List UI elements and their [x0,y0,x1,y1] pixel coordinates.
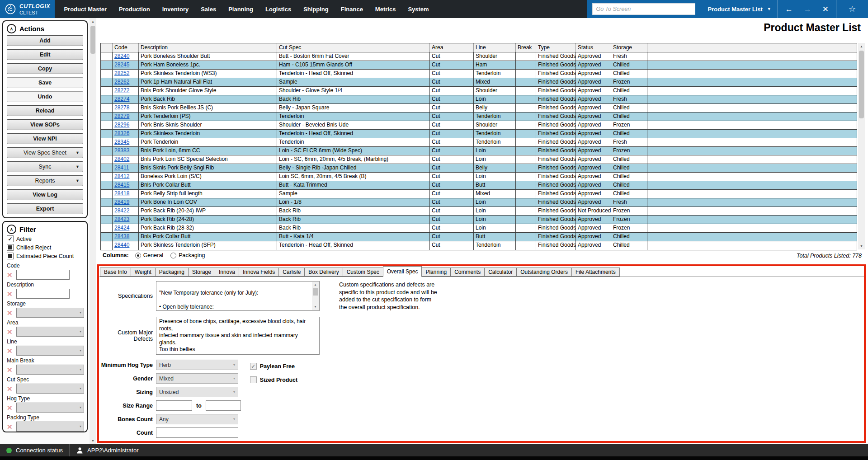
table-row[interactable]: 28438Bnls Pork Collar ButtButt - Kata 1/… [101,233,857,241]
tab-innova[interactable]: Innova [215,268,239,277]
cut-spec-filter-select[interactable]: ▾ [16,384,84,394]
clear-filter-icon[interactable]: ✕ [7,291,14,297]
paylean-free-checkbox[interactable] [250,363,257,370]
sized-product-checkbox[interactable] [250,376,257,383]
scroll-up-icon[interactable]: ▲ [90,18,96,25]
sizing-select[interactable]: Unsized▾ [156,387,238,397]
table-row[interactable]: 28422Pork Back Rib (20-24) IWPBack RibCu… [101,207,857,216]
clear-filter-icon[interactable]: ✕ [7,272,14,278]
favorite-star-icon[interactable]: ☆ [849,4,856,14]
table-row[interactable]: 28411Bnls Sknls Pork Belly Sngl RibBelly… [101,164,857,173]
table-scrollbar-thumb[interactable] [859,51,864,118]
main-break-filter-select[interactable]: ▾ [16,365,84,375]
tab-base-info[interactable]: Base Info [100,268,131,277]
product-code-link[interactable]: 28402 [114,156,129,162]
hog-type-filter-select[interactable]: ▾ [16,403,84,413]
product-code-link[interactable]: 28345 [114,139,129,145]
product-code-link[interactable]: 28424 [114,225,129,231]
tab-weight[interactable]: Weight [131,268,156,277]
specifications-scrollbar-thumb[interactable] [313,288,318,296]
table-row[interactable]: 28345Pork TenderloinTenderloinCutTenderl… [101,138,857,147]
table-row[interactable]: 28440Pork Skinless Tenderloin (SFP)Tende… [101,241,857,250]
product-code-link[interactable]: 28438 [114,233,129,239]
product-code-link[interactable]: 28262 [114,79,129,85]
active-checkbox[interactable] [7,235,14,242]
count-input[interactable] [156,427,238,438]
product-code-link[interactable]: 28412 [114,173,129,179]
product-code-link[interactable]: 28278 [114,104,129,111]
export-button[interactable]: Export [7,203,83,214]
table-row[interactable]: 28279Pork Tenderloin (PS)TenderloinCutTe… [101,113,857,121]
product-code-link[interactable]: 28419 [114,199,129,205]
area-filter-select[interactable]: ▾ [16,327,84,337]
add-button[interactable]: Add [7,35,83,46]
table-row[interactable]: 28412Boneless Pork Loin (S/C)Loin SC, 6m… [101,173,857,181]
undo-button[interactable]: Undo [7,91,83,102]
save-button[interactable]: Save [7,77,83,88]
specifications-textarea[interactable]: "New Temporary tolerance (only for July)… [156,281,320,311]
product-code-link[interactable]: 28274 [114,96,129,102]
minimum-hog-type-select[interactable]: Herb▾ [156,360,238,370]
column-header-storage[interactable]: Storage [611,43,647,52]
column-header-status[interactable]: Status [576,43,611,52]
product-code-link[interactable]: 28440 [114,242,129,248]
column-header-area[interactable]: Area [430,43,474,52]
view-log-button[interactable]: View Log [7,189,83,200]
scroll-down-icon[interactable]: ▼ [90,437,96,444]
tab-carlisle[interactable]: Carlisle [278,268,305,277]
tab-outstanding-orders[interactable]: Outstanding Orders [516,268,572,277]
column-header-cut-spec[interactable]: Cut Spec [277,43,430,52]
reload-button[interactable]: Reload [7,105,83,116]
scroll-up-icon[interactable]: ▲ [858,43,865,50]
table-row[interactable]: 28423Pork Back Rib (24-28)Back RibCutLoi… [101,216,857,224]
clear-filter-icon[interactable]: ✕ [7,347,14,354]
view-spec-sheet-button[interactable]: View Spec Sheet▼ [7,147,83,158]
tab-box-delivery[interactable]: Box Delivery [304,268,343,277]
product-code-link[interactable]: 28272 [114,87,129,94]
packing-type-filter-select[interactable]: ▾ [16,422,84,432]
tab-comments[interactable]: Comments [450,268,485,277]
product-code-link[interactable]: 28279 [114,113,129,119]
close-icon[interactable]: ✕ [822,5,829,13]
table-row[interactable]: 28402Bnls Pork Loin SC Special Selection… [101,155,857,164]
copy-button[interactable]: Copy [7,63,83,74]
menu-item-finance[interactable]: Finance [341,6,363,13]
app-logo[interactable]: CUTLOGIX CLTEST [0,0,55,18]
code-filter-input[interactable] [16,270,70,280]
bones-count-select[interactable]: Any▾ [156,414,238,424]
menu-item-production[interactable]: Production [119,6,150,13]
clear-filter-icon[interactable]: ✕ [7,310,14,316]
column-header-break[interactable]: Break [516,43,536,52]
clear-filter-icon[interactable]: ✕ [7,404,14,411]
column-header-description[interactable]: Description [139,43,277,52]
menu-item-inventory[interactable]: Inventory [162,6,189,13]
custom-major-defects-textarea[interactable]: Presence of bone chips, cartilage, exces… [156,317,320,355]
menu-item-planning[interactable]: Planning [228,6,253,13]
table-row[interactable]: 28252Pork Skinless Tenderloin (WS3)Tende… [101,70,857,78]
table-row[interactable]: 28296Pork Bnls Sknls ShoulderShoulder - … [101,121,857,130]
scroll-down-icon[interactable]: ▼ [858,243,865,249]
table-row[interactable]: 28419Pork Bone In Loin COVLoin - 1/8CutL… [101,198,857,207]
back-arrow-icon[interactable]: ← [785,5,793,13]
size-range-to-input[interactable] [206,400,241,411]
sidebar-scrollbar-thumb[interactable] [90,26,95,54]
scroll-down-icon[interactable]: ▼ [312,304,319,310]
menu-item-system[interactable]: System [408,6,429,13]
product-code-link[interactable]: 28296 [114,122,129,128]
table-row[interactable]: 28424Pork Back Rib (28-32)Back RibCutLoi… [101,224,857,233]
clear-filter-icon[interactable]: ✕ [7,423,14,430]
table-row[interactable]: 28415Bnls Pork Collar ButtButt - Kata Tr… [101,181,857,190]
table-row[interactable]: 28383Bnls Pork Loin, 6mm CCLoin - SC FLC… [101,147,857,155]
radio-general[interactable]: General [135,252,163,258]
product-code-link[interactable]: 28240 [114,53,129,59]
column-header-code[interactable]: Code [113,43,139,52]
table-row[interactable]: 28274Pork Back RibBack RibCutLoinFinishe… [101,95,857,104]
tab-calculator[interactable]: Calculator [484,268,517,277]
table-row[interactable]: 28418Pork Belly Strip full lengthSampleC… [101,190,857,198]
screen-selector-dropdown[interactable]: Product Master List ▼ [701,0,777,18]
column-header-line[interactable]: Line [474,43,516,52]
product-code-link[interactable]: 28415 [114,182,129,188]
edit-button[interactable]: Edit [7,49,83,60]
tab-storage[interactable]: Storage [188,268,215,277]
column-header-type[interactable]: Type [536,43,576,52]
